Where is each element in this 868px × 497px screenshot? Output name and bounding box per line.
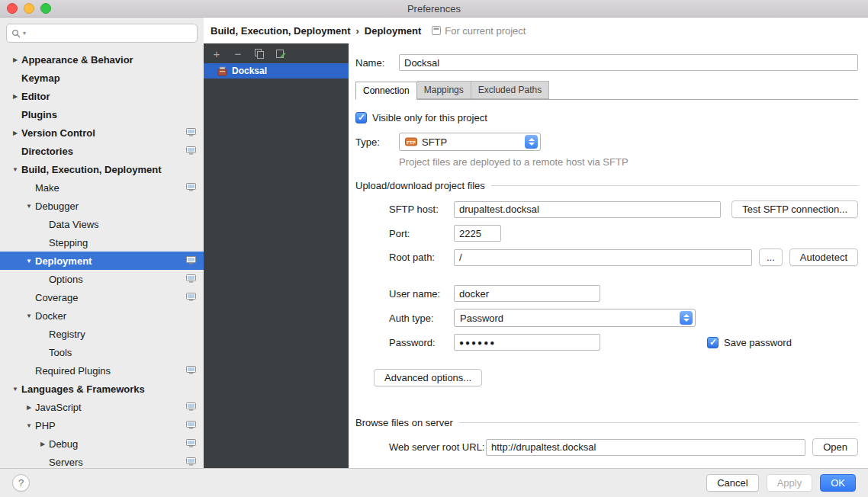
- per-project-setting-icon: [186, 293, 196, 301]
- name-row: Name:: [355, 54, 858, 71]
- sidebar-item-docker[interactable]: ▼Docker: [0, 306, 204, 325]
- close-button[interactable]: [7, 3, 18, 14]
- preferences-window: Preferences ▾ ▶Appearance & BehaviorKeym…: [0, 0, 868, 497]
- autodetect-button[interactable]: Autodetect: [789, 248, 858, 266]
- expand-arrow-icon[interactable]: ▶: [9, 93, 21, 100]
- search-icon: [11, 29, 21, 38]
- type-select-stepper-icon[interactable]: [525, 135, 538, 149]
- apply-button[interactable]: Apply: [767, 474, 813, 492]
- root-path-input[interactable]: [454, 249, 752, 266]
- password-input[interactable]: [454, 334, 600, 351]
- sidebar-item-label: Coverage: [35, 292, 78, 303]
- expand-arrow-icon[interactable]: ▶: [9, 130, 21, 136]
- open-button[interactable]: Open: [812, 438, 858, 456]
- sidebar-item-tools[interactable]: Tools: [0, 343, 204, 361]
- sidebar-item-editor[interactable]: ▶Editor: [0, 87, 204, 105]
- sidebar-item-appearance-behavior[interactable]: ▶Appearance & Behavior: [0, 50, 204, 69]
- web-root-input[interactable]: [486, 439, 805, 456]
- sidebar-item-label: Debug: [49, 438, 78, 450]
- server-list-item-docksal[interactable]: Docksal: [204, 63, 349, 79]
- sidebar-item-label: Debugger: [35, 200, 79, 212]
- dialog-footer: ? Cancel Apply OK: [0, 468, 868, 497]
- breadcrumb-category[interactable]: Build, Execution, Deployment: [211, 25, 350, 37]
- sftp-host-row: SFTP host: Test SFTP connection...: [389, 200, 858, 218]
- ok-button[interactable]: OK: [820, 474, 856, 492]
- visible-only-checkbox[interactable]: [355, 112, 367, 123]
- port-input[interactable]: [454, 225, 501, 242]
- sidebar-item-label: JavaScript: [35, 402, 82, 413]
- sidebar-item-label: Keymap: [21, 72, 60, 84]
- sidebar-item-deployment[interactable]: ▼Deployment: [0, 252, 204, 270]
- sidebar-item-required-plugins[interactable]: Required Plugins: [0, 361, 204, 380]
- sidebar-item-options[interactable]: Options: [0, 270, 204, 288]
- type-select[interactable]: FTP SFTP: [399, 133, 541, 151]
- sidebar-item-data-views[interactable]: Data Views: [0, 215, 204, 233]
- sidebar-item-registry[interactable]: Registry: [0, 325, 204, 343]
- tab-mappings[interactable]: Mappings: [417, 81, 471, 99]
- sftp-host-label: SFTP host:: [389, 204, 454, 215]
- section-divider: [459, 422, 858, 423]
- collapse-arrow-icon[interactable]: ▼: [23, 203, 35, 210]
- auth-type-select[interactable]: Password: [454, 309, 696, 327]
- server-list-toolbar: + −: [204, 43, 349, 63]
- sidebar-item-keymap[interactable]: Keymap: [0, 69, 204, 87]
- tab-excluded-paths[interactable]: Excluded Paths: [471, 81, 549, 99]
- cancel-button[interactable]: Cancel: [706, 474, 758, 492]
- settings-search-field[interactable]: ▾: [6, 24, 198, 43]
- sidebar-item-php[interactable]: ▼PHP: [0, 416, 204, 434]
- minimize-button[interactable]: [24, 3, 34, 14]
- sidebar-item-plugins[interactable]: Plugins: [0, 105, 204, 123]
- auth-type-select-stepper-icon[interactable]: [680, 311, 693, 325]
- add-server-icon[interactable]: +: [210, 46, 223, 60]
- collapse-arrow-icon[interactable]: ▼: [23, 422, 35, 429]
- help-button[interactable]: ?: [12, 474, 30, 492]
- sidebar-item-languages-frameworks[interactable]: ▼Languages & Frameworks: [0, 380, 204, 398]
- expand-arrow-icon[interactable]: ▶: [37, 441, 49, 447]
- user-name-label: User name:: [389, 288, 454, 300]
- sidebar-item-debug[interactable]: ▶Debug: [0, 434, 204, 453]
- per-project-setting-icon: [186, 183, 196, 191]
- sidebar-item-build-execution-deployment[interactable]: ▼Build, Execution, Deployment: [0, 160, 204, 178]
- user-name-input[interactable]: [454, 285, 600, 302]
- sidebar-item-label: Appearance & Behavior: [21, 54, 133, 66]
- collapse-arrow-icon[interactable]: ▼: [9, 166, 21, 173]
- collapse-arrow-icon[interactable]: ▼: [23, 258, 35, 265]
- sidebar-item-coverage[interactable]: Coverage: [0, 288, 204, 306]
- sidebar-item-label: Version Control: [21, 127, 95, 139]
- sidebar-item-javascript[interactable]: ▶JavaScript: [0, 398, 204, 416]
- sidebar-item-make[interactable]: Make: [0, 178, 204, 197]
- edit-server-icon[interactable]: [274, 46, 288, 60]
- root-path-browse-button[interactable]: ...: [759, 248, 783, 266]
- sidebar-item-label: Data Views: [49, 219, 99, 230]
- root-path-row: Root path: ... Autodetect: [389, 248, 858, 266]
- expand-arrow-icon[interactable]: ▶: [9, 56, 21, 63]
- search-dropdown-arrow-icon[interactable]: ▾: [23, 30, 26, 37]
- save-password-checkbox[interactable]: [707, 337, 719, 348]
- port-label: Port:: [389, 228, 454, 239]
- test-sftp-connection-button[interactable]: Test SFTP connection...: [731, 200, 858, 218]
- per-project-setting-icon: [186, 457, 196, 466]
- advanced-options-button[interactable]: Advanced options...: [374, 369, 482, 386]
- copy-server-icon[interactable]: [252, 46, 266, 60]
- name-input[interactable]: [399, 54, 858, 71]
- project-scope-icon: [432, 26, 441, 35]
- sftp-host-input[interactable]: [454, 201, 721, 218]
- sidebar-item-version-control[interactable]: ▶Version Control: [0, 123, 204, 142]
- window-title: Preferences: [0, 3, 868, 14]
- type-select-value: SFTP: [422, 136, 520, 148]
- zoom-button[interactable]: [40, 3, 51, 14]
- save-password-label: Save password: [724, 337, 792, 348]
- sidebar-item-directories[interactable]: Directories: [0, 142, 204, 160]
- expand-arrow-icon[interactable]: ▶: [23, 404, 35, 411]
- type-help-text: Project files are deployed to a remote h…: [399, 156, 858, 168]
- collapse-arrow-icon[interactable]: ▼: [23, 313, 35, 319]
- sidebar-item-debugger[interactable]: ▼Debugger: [0, 197, 204, 215]
- collapse-arrow-icon[interactable]: ▼: [9, 386, 21, 393]
- port-row: Port:: [389, 225, 858, 242]
- project-scope: For current project: [432, 25, 526, 37]
- sidebar-item-servers[interactable]: Servers: [0, 453, 204, 468]
- tab-connection[interactable]: Connection: [355, 82, 417, 100]
- sidebar-item-stepping[interactable]: Stepping: [0, 233, 204, 252]
- remove-server-icon[interactable]: −: [231, 46, 245, 60]
- sidebar-item-label: Directories: [21, 146, 73, 157]
